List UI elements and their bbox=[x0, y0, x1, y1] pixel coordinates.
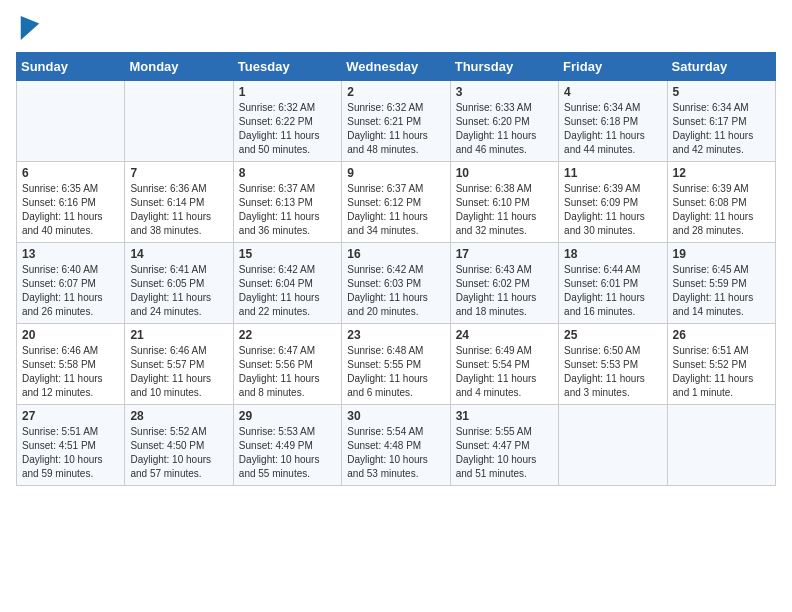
col-header-friday: Friday bbox=[559, 53, 667, 81]
logo-icon bbox=[20, 16, 40, 40]
logo bbox=[16, 16, 40, 40]
cell-content: Sunrise: 6:38 AM Sunset: 6:10 PM Dayligh… bbox=[456, 182, 553, 238]
col-header-monday: Monday bbox=[125, 53, 233, 81]
cell-content: Sunrise: 6:34 AM Sunset: 6:18 PM Dayligh… bbox=[564, 101, 661, 157]
calendar-cell bbox=[559, 405, 667, 486]
day-number: 6 bbox=[22, 166, 119, 180]
col-header-saturday: Saturday bbox=[667, 53, 775, 81]
day-number: 1 bbox=[239, 85, 336, 99]
calendar-header-row: SundayMondayTuesdayWednesdayThursdayFrid… bbox=[17, 53, 776, 81]
calendar-cell: 15Sunrise: 6:42 AM Sunset: 6:04 PM Dayli… bbox=[233, 243, 341, 324]
cell-content: Sunrise: 6:46 AM Sunset: 5:57 PM Dayligh… bbox=[130, 344, 227, 400]
day-number: 15 bbox=[239, 247, 336, 261]
week-row-3: 13Sunrise: 6:40 AM Sunset: 6:07 PM Dayli… bbox=[17, 243, 776, 324]
col-header-wednesday: Wednesday bbox=[342, 53, 450, 81]
day-number: 9 bbox=[347, 166, 444, 180]
cell-content: Sunrise: 6:37 AM Sunset: 6:12 PM Dayligh… bbox=[347, 182, 444, 238]
cell-content: Sunrise: 6:44 AM Sunset: 6:01 PM Dayligh… bbox=[564, 263, 661, 319]
day-number: 13 bbox=[22, 247, 119, 261]
cell-content: Sunrise: 6:36 AM Sunset: 6:14 PM Dayligh… bbox=[130, 182, 227, 238]
calendar-cell bbox=[125, 81, 233, 162]
calendar-cell: 14Sunrise: 6:41 AM Sunset: 6:05 PM Dayli… bbox=[125, 243, 233, 324]
calendar-cell bbox=[667, 405, 775, 486]
day-number: 31 bbox=[456, 409, 553, 423]
day-number: 10 bbox=[456, 166, 553, 180]
day-number: 25 bbox=[564, 328, 661, 342]
cell-content: Sunrise: 6:46 AM Sunset: 5:58 PM Dayligh… bbox=[22, 344, 119, 400]
col-header-tuesday: Tuesday bbox=[233, 53, 341, 81]
cell-content: Sunrise: 6:42 AM Sunset: 6:03 PM Dayligh… bbox=[347, 263, 444, 319]
calendar-cell: 12Sunrise: 6:39 AM Sunset: 6:08 PM Dayli… bbox=[667, 162, 775, 243]
cell-content: Sunrise: 5:51 AM Sunset: 4:51 PM Dayligh… bbox=[22, 425, 119, 481]
day-number: 2 bbox=[347, 85, 444, 99]
cell-content: Sunrise: 6:33 AM Sunset: 6:20 PM Dayligh… bbox=[456, 101, 553, 157]
calendar-cell: 28Sunrise: 5:52 AM Sunset: 4:50 PM Dayli… bbox=[125, 405, 233, 486]
calendar-cell: 4Sunrise: 6:34 AM Sunset: 6:18 PM Daylig… bbox=[559, 81, 667, 162]
col-header-thursday: Thursday bbox=[450, 53, 558, 81]
cell-content: Sunrise: 6:32 AM Sunset: 6:21 PM Dayligh… bbox=[347, 101, 444, 157]
calendar-cell: 8Sunrise: 6:37 AM Sunset: 6:13 PM Daylig… bbox=[233, 162, 341, 243]
svg-marker-0 bbox=[21, 16, 39, 40]
calendar-cell: 2Sunrise: 6:32 AM Sunset: 6:21 PM Daylig… bbox=[342, 81, 450, 162]
calendar-cell: 9Sunrise: 6:37 AM Sunset: 6:12 PM Daylig… bbox=[342, 162, 450, 243]
day-number: 26 bbox=[673, 328, 770, 342]
cell-content: Sunrise: 5:54 AM Sunset: 4:48 PM Dayligh… bbox=[347, 425, 444, 481]
day-number: 30 bbox=[347, 409, 444, 423]
day-number: 5 bbox=[673, 85, 770, 99]
day-number: 7 bbox=[130, 166, 227, 180]
day-number: 29 bbox=[239, 409, 336, 423]
day-number: 14 bbox=[130, 247, 227, 261]
day-number: 28 bbox=[130, 409, 227, 423]
cell-content: Sunrise: 6:43 AM Sunset: 6:02 PM Dayligh… bbox=[456, 263, 553, 319]
calendar-cell: 3Sunrise: 6:33 AM Sunset: 6:20 PM Daylig… bbox=[450, 81, 558, 162]
day-number: 24 bbox=[456, 328, 553, 342]
calendar-cell: 25Sunrise: 6:50 AM Sunset: 5:53 PM Dayli… bbox=[559, 324, 667, 405]
day-number: 4 bbox=[564, 85, 661, 99]
calendar-cell: 22Sunrise: 6:47 AM Sunset: 5:56 PM Dayli… bbox=[233, 324, 341, 405]
day-number: 12 bbox=[673, 166, 770, 180]
cell-content: Sunrise: 6:32 AM Sunset: 6:22 PM Dayligh… bbox=[239, 101, 336, 157]
calendar-cell: 6Sunrise: 6:35 AM Sunset: 6:16 PM Daylig… bbox=[17, 162, 125, 243]
page-header bbox=[16, 16, 776, 40]
cell-content: Sunrise: 6:50 AM Sunset: 5:53 PM Dayligh… bbox=[564, 344, 661, 400]
calendar-cell: 11Sunrise: 6:39 AM Sunset: 6:09 PM Dayli… bbox=[559, 162, 667, 243]
calendar-cell: 20Sunrise: 6:46 AM Sunset: 5:58 PM Dayli… bbox=[17, 324, 125, 405]
cell-content: Sunrise: 5:55 AM Sunset: 4:47 PM Dayligh… bbox=[456, 425, 553, 481]
calendar-cell bbox=[17, 81, 125, 162]
cell-content: Sunrise: 6:34 AM Sunset: 6:17 PM Dayligh… bbox=[673, 101, 770, 157]
cell-content: Sunrise: 5:53 AM Sunset: 4:49 PM Dayligh… bbox=[239, 425, 336, 481]
day-number: 18 bbox=[564, 247, 661, 261]
day-number: 27 bbox=[22, 409, 119, 423]
calendar-cell: 7Sunrise: 6:36 AM Sunset: 6:14 PM Daylig… bbox=[125, 162, 233, 243]
week-row-2: 6Sunrise: 6:35 AM Sunset: 6:16 PM Daylig… bbox=[17, 162, 776, 243]
cell-content: Sunrise: 6:51 AM Sunset: 5:52 PM Dayligh… bbox=[673, 344, 770, 400]
calendar-cell: 5Sunrise: 6:34 AM Sunset: 6:17 PM Daylig… bbox=[667, 81, 775, 162]
cell-content: Sunrise: 5:52 AM Sunset: 4:50 PM Dayligh… bbox=[130, 425, 227, 481]
calendar-cell: 27Sunrise: 5:51 AM Sunset: 4:51 PM Dayli… bbox=[17, 405, 125, 486]
cell-content: Sunrise: 6:39 AM Sunset: 6:09 PM Dayligh… bbox=[564, 182, 661, 238]
day-number: 20 bbox=[22, 328, 119, 342]
week-row-5: 27Sunrise: 5:51 AM Sunset: 4:51 PM Dayli… bbox=[17, 405, 776, 486]
week-row-1: 1Sunrise: 6:32 AM Sunset: 6:22 PM Daylig… bbox=[17, 81, 776, 162]
calendar-cell: 30Sunrise: 5:54 AM Sunset: 4:48 PM Dayli… bbox=[342, 405, 450, 486]
calendar-cell: 10Sunrise: 6:38 AM Sunset: 6:10 PM Dayli… bbox=[450, 162, 558, 243]
day-number: 22 bbox=[239, 328, 336, 342]
cell-content: Sunrise: 6:41 AM Sunset: 6:05 PM Dayligh… bbox=[130, 263, 227, 319]
day-number: 3 bbox=[456, 85, 553, 99]
calendar-cell: 21Sunrise: 6:46 AM Sunset: 5:57 PM Dayli… bbox=[125, 324, 233, 405]
calendar-cell: 26Sunrise: 6:51 AM Sunset: 5:52 PM Dayli… bbox=[667, 324, 775, 405]
calendar-cell: 29Sunrise: 5:53 AM Sunset: 4:49 PM Dayli… bbox=[233, 405, 341, 486]
calendar-cell: 31Sunrise: 5:55 AM Sunset: 4:47 PM Dayli… bbox=[450, 405, 558, 486]
calendar-cell: 19Sunrise: 6:45 AM Sunset: 5:59 PM Dayli… bbox=[667, 243, 775, 324]
col-header-sunday: Sunday bbox=[17, 53, 125, 81]
calendar-cell: 1Sunrise: 6:32 AM Sunset: 6:22 PM Daylig… bbox=[233, 81, 341, 162]
calendar-cell: 17Sunrise: 6:43 AM Sunset: 6:02 PM Dayli… bbox=[450, 243, 558, 324]
calendar-cell: 13Sunrise: 6:40 AM Sunset: 6:07 PM Dayli… bbox=[17, 243, 125, 324]
day-number: 23 bbox=[347, 328, 444, 342]
cell-content: Sunrise: 6:49 AM Sunset: 5:54 PM Dayligh… bbox=[456, 344, 553, 400]
calendar-cell: 23Sunrise: 6:48 AM Sunset: 5:55 PM Dayli… bbox=[342, 324, 450, 405]
day-number: 16 bbox=[347, 247, 444, 261]
day-number: 8 bbox=[239, 166, 336, 180]
week-row-4: 20Sunrise: 6:46 AM Sunset: 5:58 PM Dayli… bbox=[17, 324, 776, 405]
cell-content: Sunrise: 6:40 AM Sunset: 6:07 PM Dayligh… bbox=[22, 263, 119, 319]
